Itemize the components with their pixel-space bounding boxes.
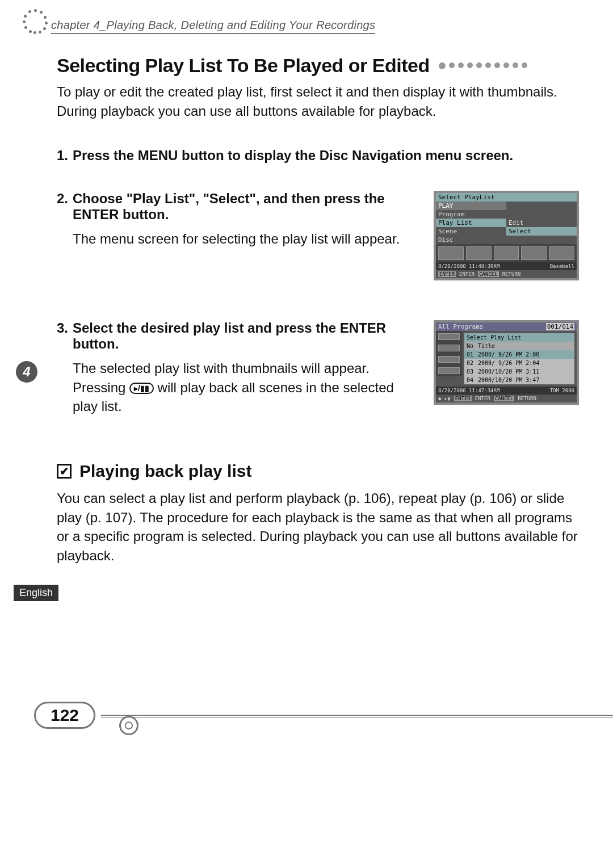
- step-number: 2.: [57, 191, 73, 223]
- step-body: The selected play list with thumbnails w…: [73, 359, 422, 416]
- ss-menu-item: Play List: [436, 219, 506, 227]
- ss-cancel-label: CANCEL: [494, 396, 515, 401]
- ss-row-no: 03: [467, 368, 478, 375]
- ss-enter-action: ENTER: [475, 396, 490, 401]
- ss-enter-label: ENTER: [454, 396, 472, 401]
- ss-status-bar: 8/20/2000 11:47:34AM TOM 2000: [436, 387, 577, 395]
- ss-button-hints: ENTER ENTER CANCEL RETURN: [436, 270, 577, 278]
- step-heading: Press the MENU button to display the Dis…: [73, 148, 513, 163]
- screenshot-all-programs: All Programs 001/014 Select Play List No: [434, 320, 579, 405]
- ss-submenu-item: Select: [506, 227, 577, 236]
- intro-paragraph: To play or edit the created play list, f…: [57, 82, 579, 120]
- chapter-header-text: chapter 4_Playing Back, Deleting and Edi…: [51, 19, 375, 34]
- ss-menu-item: Scene: [436, 227, 506, 236]
- step-3: 3. Select the desired play list and pres…: [57, 320, 579, 416]
- chapter-header-row: chapter 4_Playing Back, Deleting and Edi…: [23, 9, 375, 34]
- section-title: Selecting Play List To Be Played or Edit…: [57, 54, 579, 77]
- ss-playlist-row: 01 2000/ 9/26 PM 2:00: [464, 350, 574, 359]
- ss-thumbnail-strip: [436, 244, 577, 262]
- ss-program-name: Baseball: [550, 263, 574, 269]
- ss-enter-action: ENTER: [459, 271, 475, 277]
- ss-title: All Programs: [438, 323, 483, 330]
- ss-title: Select PlayList: [436, 193, 577, 202]
- ss-status-bar: 8/20/2000 11:48:39AM Baseball: [436, 262, 577, 270]
- step-2: 2. Choose "Play List", "Select", and the…: [57, 191, 579, 280]
- ss-menu-item: PLAY: [436, 202, 506, 210]
- ss-cancel-label: CANCEL: [478, 271, 499, 277]
- step-body: The menu screen for selecting the play l…: [73, 229, 422, 249]
- ss-playlist-row: 02 2000/ 9/26 PM 2:04: [464, 359, 574, 367]
- page: chapter 4_Playing Back, Deleting and Edi…: [0, 0, 613, 868]
- step-heading: Choose "Play List", "Select", and then p…: [73, 191, 422, 223]
- subsection-title: Playing back play list: [79, 462, 251, 481]
- screenshot-select-playlist: Select PlayList PLAY Program Play List S…: [434, 191, 579, 280]
- checkbox-icon: ✔: [57, 464, 72, 479]
- ss-row-title: 2000/10/20 PM 3:11: [478, 368, 539, 375]
- step-number: 3.: [57, 320, 73, 352]
- ss-counter: 001/014: [546, 323, 574, 330]
- ss-menu-item: Program: [436, 210, 506, 219]
- page-number: 122: [34, 702, 95, 729]
- ss-row-no: 01: [467, 351, 478, 358]
- footer-rule: [101, 712, 613, 718]
- step-number: 1.: [57, 148, 73, 163]
- ss-submenu-item: Edit: [506, 219, 577, 227]
- ss-row-no: 04: [467, 377, 478, 383]
- ss-panel-title: Select Play List: [464, 333, 574, 342]
- ss-row-title: 2000/ 9/26 PM 2:00: [478, 351, 539, 358]
- decorative-dotted-circle: [23, 9, 48, 34]
- chapter-side-tab: 4: [16, 361, 37, 383]
- ss-playlist-row: 04 2000/10/20 PM 3:47: [464, 376, 574, 384]
- ss-enter-label: ENTER: [438, 271, 456, 277]
- ss-menu-item: Disc: [436, 236, 506, 244]
- ss-timestamp: 8/20/2000 11:47:34AM: [438, 388, 499, 393]
- footer-disc-icon: [119, 716, 138, 735]
- content-area: Selecting Play List To Be Played or Edit…: [57, 54, 579, 565]
- subsection-heading: ✔ Playing back play list: [57, 462, 579, 481]
- step-heading: Select the desired play list and press t…: [73, 320, 422, 352]
- chapter-number: 4: [23, 364, 30, 380]
- ss-col-title: Title: [478, 343, 495, 349]
- ss-row-title: 2000/ 9/26 PM 2:04: [478, 360, 539, 366]
- ss-playlist-row: 03 2000/10/20 PM 3:11: [464, 367, 574, 376]
- section-title-text: Selecting Play List To Be Played or Edit…: [57, 54, 430, 77]
- ss-row-no: 02: [467, 360, 478, 366]
- ss-timestamp: 8/20/2000 11:48:39AM: [438, 263, 499, 269]
- play-pause-button-icon: ▸/▮▮: [129, 383, 154, 394]
- ss-col-no: No: [467, 343, 478, 349]
- step-1: 1. Press the MENU button to display the …: [57, 148, 579, 163]
- ss-program-name: TOM 2000: [550, 388, 574, 393]
- ss-cancel-action: RETURN: [518, 396, 536, 401]
- ss-row-title: 2000/10/20 PM 3:47: [478, 377, 539, 383]
- ss-button-hints: ◆ ▸▮ ENTER ENTER CANCEL RETURN: [436, 395, 577, 402]
- title-dots-decoration: [439, 62, 527, 69]
- subsection-paragraph: You can select a play list and perform p…: [57, 489, 579, 565]
- ss-cancel-action: RETURN: [502, 271, 521, 277]
- language-tag: English: [14, 585, 58, 601]
